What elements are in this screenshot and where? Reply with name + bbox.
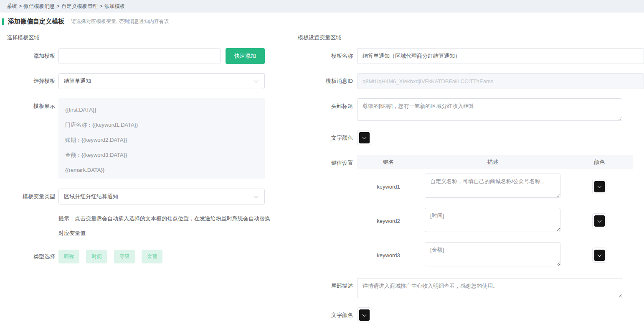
- kv-settings-row: 键值设置 键名 描述 颜色 keyword1 自定义名称，可填自己的商城名称/公…: [291, 155, 644, 272]
- kv-color-picker-keyword2[interactable]: [592, 213, 606, 228]
- preview-line-keyword3: 金额：{{keyword3.DATA}}: [65, 148, 258, 163]
- select-template-label: 选择模板: [0, 73, 55, 89]
- chevron-down-icon: [254, 194, 258, 198]
- breadcrumb: 系统 > 微信模板消息 > 自定义模板管理 > 添加模板: [0, 0, 644, 13]
- kv-desc-textarea-keyword3[interactable]: [金额]: [425, 242, 560, 266]
- chevron-down-icon: [362, 135, 366, 139]
- kv-key-label: keyword1: [357, 184, 420, 190]
- kv-desc-cell: [时间]: [420, 208, 566, 234]
- kv-key-label: keyword3: [357, 252, 420, 258]
- template-preview-row: 模板展示 {{first.DATA}} 门店名称：{{keyword1.DATA…: [0, 98, 291, 179]
- breadcrumb-item-add-template: 添加模板: [104, 3, 125, 10]
- breadcrumb-item-wechat-template-msg[interactable]: 微信模板消息: [23, 3, 55, 10]
- template-id-label: 模板消息ID: [291, 73, 353, 89]
- template-id-row: 模板消息ID: [291, 73, 644, 89]
- kv-header-key: 键名: [357, 158, 420, 166]
- chevron-down-icon: [254, 78, 258, 83]
- type-select-row: 类型选择 昵称 时间 等级 金额: [0, 250, 291, 263]
- accent-bar: [2, 18, 4, 25]
- color-swatch-black: [594, 250, 605, 261]
- kv-row-keyword3: keyword3 [金额]: [357, 238, 633, 272]
- preview-line-keyword2: 账期：{{keyword2.DATA}}: [65, 133, 258, 148]
- color-swatch-black: [359, 309, 370, 321]
- kv-desc-cell: [金额]: [420, 242, 566, 268]
- kv-settings-label: 键值设置: [291, 155, 353, 171]
- kv-row-keyword1: keyword1 自定义名称，可填自己的商城名称/公众号名称，: [357, 169, 633, 204]
- header-title-row: 头部标题 尊敬的[昵称]，您有一笔新的区域分红收入结算: [291, 98, 644, 121]
- chevron-down-icon: [597, 184, 601, 188]
- text-color-top-picker[interactable]: [357, 130, 371, 145]
- kv-table: 键名 描述 颜色 keyword1 自定义名称，可填自己的商城名称/公众号名称，: [357, 155, 633, 272]
- tag-amount[interactable]: 金额: [142, 250, 162, 263]
- color-swatch-black: [594, 181, 605, 192]
- select-template-dropdown[interactable]: 结算单通知: [58, 73, 265, 89]
- footer-desc-label: 尾部描述: [291, 278, 353, 294]
- template-name-input[interactable]: [357, 48, 644, 64]
- template-variable-panel: 模板设置变量区域 模板名称 模板消息ID 头部标题 尊敬的[昵称]，您有一笔新的…: [291, 28, 644, 327]
- page-title: 添加微信自定义模板: [8, 18, 64, 26]
- chevron-down-icon: [597, 253, 601, 257]
- kv-header-desc: 描述: [420, 158, 566, 166]
- kv-color-cell: [566, 213, 633, 228]
- content-columns: 选择模板区域 添加模板 快速添加 选择模板 结算单通知 模板展示 {{first…: [0, 28, 644, 327]
- breadcrumb-separator: >: [99, 3, 102, 9]
- footer-desc-row: 尾部描述 详情请进入商城推广中心收入明细查看，感谢您的使用。: [291, 278, 644, 298]
- variable-type-dropdown[interactable]: 区域分红分红结算通知: [58, 189, 265, 204]
- variable-tip: 提示：点击变量后会自动插入选择的文本框的焦点位置，在发送给粉丝时系统会自动替换 …: [58, 211, 276, 240]
- select-template-panel: 选择模板区域 添加模板 快速添加 选择模板 结算单通知 模板展示 {{first…: [0, 28, 291, 327]
- color-swatch-black: [359, 132, 370, 143]
- preview-line-first: {{first.DATA}}: [65, 102, 258, 118]
- kv-table-header: 键名 描述 颜色: [357, 155, 633, 169]
- add-template-row: 添加模板 快速添加: [0, 48, 291, 64]
- breadcrumb-item-system[interactable]: 系统: [7, 3, 17, 10]
- preview-line-remark: {{remark.DATA}}: [65, 163, 258, 178]
- tag-nickname[interactable]: 昵称: [58, 250, 79, 263]
- kv-desc-textarea-keyword1[interactable]: 自定义名称，可填自己的商城名称/公众号名称，: [425, 174, 560, 198]
- text-color-top-row: 文字颜色: [291, 130, 644, 146]
- breadcrumb-item-custom-template-mgmt[interactable]: 自定义模板管理: [61, 3, 98, 10]
- add-template-input[interactable]: [58, 48, 221, 64]
- color-swatch-black: [594, 215, 605, 227]
- header-title-textarea[interactable]: 尊敬的[昵称]，您有一笔新的区域分红收入结算: [357, 98, 622, 121]
- tag-level[interactable]: 等级: [114, 250, 135, 263]
- breadcrumb-separator: >: [19, 3, 22, 9]
- template-preview-label: 模板展示: [0, 98, 55, 114]
- chevron-down-icon: [362, 312, 366, 317]
- variable-type-row: 模板变量类型 区域分红分红结算通知: [0, 189, 291, 204]
- preview-line-keyword1: 门店名称：{{keyword1.DATA}}: [65, 118, 258, 133]
- left-section-title: 选择模板区域: [0, 28, 291, 41]
- tag-time[interactable]: 时间: [86, 250, 107, 263]
- variable-tip-line1: 提示：点击变量后会自动插入选择的文本框的焦点位置，在发送给粉丝时系统会自动替换: [58, 211, 276, 226]
- template-name-row: 模板名称: [291, 48, 644, 64]
- breadcrumb-separator: >: [56, 3, 59, 9]
- text-color-bottom-picker[interactable]: [357, 307, 371, 322]
- kv-key-label: keyword2: [357, 218, 420, 224]
- select-template-row: 选择模板 结算单通知: [0, 73, 291, 89]
- add-template-label: 添加模板: [0, 48, 55, 64]
- kv-desc-textarea-keyword2[interactable]: [时间]: [425, 208, 560, 232]
- kv-desc-cell: 自定义名称，可填自己的商城名称/公众号名称，: [420, 174, 566, 199]
- template-preview-box: {{first.DATA}} 门店名称：{{keyword1.DATA}} 账期…: [58, 98, 265, 179]
- header-title-label: 头部标题: [291, 98, 353, 114]
- type-select-label: 类型选择: [0, 250, 55, 263]
- template-id-input: [357, 73, 644, 89]
- kv-color-picker-keyword3[interactable]: [592, 248, 606, 263]
- text-color-bottom-row: 文字颜色: [291, 307, 644, 323]
- text-color-bottom-label: 文字颜色: [291, 307, 353, 323]
- kv-row-keyword2: keyword2 [时间]: [357, 204, 633, 238]
- footer-desc-textarea[interactable]: 详情请进入商城推广中心收入明细查看，感谢您的使用。: [357, 278, 622, 298]
- template-name-label: 模板名称: [291, 48, 353, 64]
- kv-color-picker-keyword1[interactable]: [592, 179, 606, 194]
- quick-add-button[interactable]: 快速添加: [226, 48, 265, 64]
- select-template-value: 结算单通知: [59, 77, 96, 85]
- kv-color-cell: [566, 179, 633, 194]
- kv-color-cell: [566, 248, 633, 263]
- text-color-top-label: 文字颜色: [291, 130, 353, 146]
- variable-type-label: 模板变量类型: [0, 189, 55, 204]
- variable-tip-line2: 对应变量值: [58, 226, 276, 240]
- page-header: 添加微信自定义模板 请选择对应模板变量, 否则消息通知内容有误: [0, 18, 644, 26]
- kv-header-color: 颜色: [566, 158, 633, 166]
- chevron-down-icon: [597, 218, 601, 222]
- variable-type-value: 区域分红分红结算通知: [59, 193, 123, 200]
- type-tags: 昵称 时间 等级 金额: [58, 250, 167, 263]
